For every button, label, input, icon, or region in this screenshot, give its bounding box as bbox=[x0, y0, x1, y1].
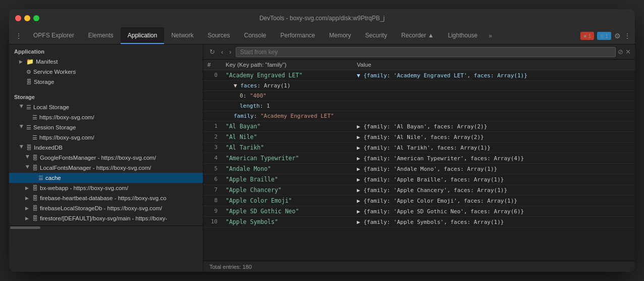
tab-security[interactable]: Security bbox=[358, 27, 394, 44]
bx-webapp-label: bx-webapp - https://boxy-svg.com/ bbox=[40, 185, 128, 191]
tab-performance[interactable]: Performance bbox=[274, 27, 323, 44]
sidebar-item-cache[interactable]: ☰ cache bbox=[9, 173, 203, 183]
detail-num bbox=[203, 111, 222, 121]
tab-memory[interactable]: Memory bbox=[322, 27, 358, 44]
storage-node-label: Storage bbox=[34, 79, 54, 85]
error-count: 1 bbox=[588, 33, 591, 39]
storage-icon: 🗄 bbox=[26, 79, 32, 85]
indexed-db-icon: 🗄 bbox=[26, 145, 32, 151]
fls-arrow: ▶ bbox=[25, 206, 30, 211]
fs-icon: 🗄 bbox=[32, 215, 38, 221]
sidebar-item-service-workers[interactable]: ⚙ Service Workers bbox=[9, 67, 203, 77]
table-row[interactable]: 0 "Academy Engraved LET" ▼ {family: 'Aca… bbox=[203, 70, 635, 81]
sidebar-item-firestore[interactable]: ▶ 🗄 firestore/[DEFAULT]/boxy-svg/main - … bbox=[9, 213, 203, 223]
row-num: 2 bbox=[203, 132, 222, 143]
maximize-button[interactable] bbox=[33, 15, 39, 21]
sidebar-item-firebase-storage-db[interactable]: ▶ 🗄 firebaseLocalStorageDb - https://box… bbox=[9, 203, 203, 213]
table-row[interactable]: 8 "Apple Color Emoji" ▶ {family: 'Apple … bbox=[203, 196, 635, 206]
tab-menu-icon[interactable]: ⋮ bbox=[11, 27, 26, 44]
lf-db-icon: 🗄 bbox=[32, 165, 38, 171]
tabbar: ⋮ OPFS Explorer Elements Application Net… bbox=[9, 27, 635, 44]
error-icon: ● bbox=[583, 33, 587, 39]
table-row[interactable]: 2 "Al Nile" ▶ {family: 'Al Nile', faces:… bbox=[203, 132, 635, 143]
tab-lighthouse[interactable]: Lighthouse bbox=[441, 27, 485, 44]
table-toolbar: ↻ ‹ › ⊘ ✕ bbox=[203, 44, 635, 60]
row-num: 4 bbox=[203, 153, 222, 164]
row-key: "Apple Braille" bbox=[222, 174, 353, 185]
sidebar-item-bx-webapp[interactable]: ▶ 🗄 bx-webapp - https://boxy-svg.com/ bbox=[9, 183, 203, 193]
sidebar-item-storage-node[interactable]: 🗄 Storage bbox=[9, 77, 203, 87]
start-from-key-input[interactable] bbox=[236, 47, 616, 57]
titlebar: DevTools - boxy-svg.com/app/disk:w9PtrqP… bbox=[9, 9, 635, 27]
settings-icon[interactable]: ⚙ bbox=[614, 32, 621, 40]
sidebar-item-local-storage[interactable]: ▶ ☰ Local Storage bbox=[9, 102, 203, 112]
row-value: ▶ {family: 'Apple Chancery', faces: Arra… bbox=[353, 185, 635, 196]
sidebar-item-indexed-db[interactable]: ▶ 🗄 IndexedDB bbox=[9, 143, 203, 153]
tab-elements[interactable]: Elements bbox=[81, 27, 121, 44]
row-key: "Apple SD Gothic Neo" bbox=[222, 206, 353, 217]
table-row[interactable]: 1 "Al Bayan" ▶ {family: 'Al Bayan', face… bbox=[203, 121, 635, 132]
minimize-button[interactable] bbox=[24, 15, 30, 21]
tab-opfs-explorer[interactable]: OPFS Explorer bbox=[26, 27, 81, 44]
sidebar-item-google-fonts-db[interactable]: ▶ 🗄 GoogleFontsManager - https://boxy-sv… bbox=[9, 153, 203, 163]
row-value: ▶ {family: 'Apple SD Gothic Neo', faces:… bbox=[353, 206, 635, 217]
sidebar-scrollthumb[interactable] bbox=[10, 226, 40, 229]
local-storage-label: Local Storage bbox=[33, 104, 69, 110]
error-badge[interactable]: ● 1 bbox=[580, 32, 595, 40]
sidebar-item-firebase-heartbeat[interactable]: ▶ 🗄 firebase-heartbeat-database - https:… bbox=[9, 193, 203, 203]
table-row[interactable]: 10 "Apple Symbols" ▶ {family: 'Apple Sym… bbox=[203, 217, 635, 227]
tab-recorder[interactable]: Recorder ▲ bbox=[394, 27, 441, 44]
session-storage-origin: https://boxy-svg.com/ bbox=[39, 134, 94, 140]
table-row[interactable]: 5 "Andale Mono" ▶ {family: 'Andale Mono'… bbox=[203, 164, 635, 174]
content-panel: ↻ ‹ › ⊘ ✕ # Key (Key path: "family") Val… bbox=[203, 44, 635, 272]
refresh-button[interactable]: ↻ bbox=[207, 47, 217, 57]
tab-network[interactable]: Network bbox=[164, 27, 200, 44]
table-row[interactable]: 3 "Al Tarikh" ▶ {family: 'Al Tarikh', fa… bbox=[203, 143, 635, 153]
fs-arrow: ▶ bbox=[25, 216, 30, 221]
message-badge[interactable]: ≡ 1 bbox=[597, 32, 611, 40]
local-storage-icon: ☰ bbox=[26, 104, 31, 111]
row-num: 7 bbox=[203, 185, 222, 196]
row-value: ▶ {family: 'Al Bayan', faces: Array(2)} bbox=[353, 121, 635, 132]
table-row-detail: family: "Academy Engraved LET" bbox=[203, 111, 635, 121]
message-count: 1 bbox=[605, 33, 608, 39]
tab-application[interactable]: Application bbox=[121, 27, 165, 44]
sidebar-item-manifest[interactable]: ▶ 📁 Manifest bbox=[9, 57, 203, 67]
table-row[interactable]: 6 "Apple Braille" ▶ {family: 'Apple Brai… bbox=[203, 174, 635, 185]
lf-db-arrow: ▶ bbox=[25, 165, 30, 170]
row-num: 3 bbox=[203, 143, 222, 153]
col-key-header: Key (Key path: "family") bbox=[222, 60, 353, 70]
row-num: 0 bbox=[203, 70, 222, 81]
table-row[interactable]: 7 "Apple Chancery" ▶ {family: 'Apple Cha… bbox=[203, 185, 635, 196]
row-key: "Apple Chancery" bbox=[222, 185, 353, 196]
row-num: 8 bbox=[203, 196, 222, 206]
table-row[interactable]: 9 "Apple SD Gothic Neo" ▶ {family: 'Appl… bbox=[203, 206, 635, 217]
message-icon: ≡ bbox=[600, 33, 603, 39]
more-options-icon[interactable]: ⋮ bbox=[624, 32, 631, 40]
prev-button[interactable]: ‹ bbox=[219, 47, 225, 57]
row-num: 5 bbox=[203, 164, 222, 174]
sidebar-item-local-storage-origin[interactable]: ☰ https://boxy-svg.com/ bbox=[9, 112, 203, 122]
tab-sources[interactable]: Sources bbox=[200, 27, 237, 44]
sidebar-item-session-storage-origin[interactable]: ☰ https://boxy-svg.com/ bbox=[9, 132, 203, 143]
detail-text: 0: "400" bbox=[222, 91, 635, 101]
row-num: 6 bbox=[203, 174, 222, 185]
row-num: 1 bbox=[203, 121, 222, 132]
table-row[interactable]: 4 "American Typewriter" ▶ {family: 'Amer… bbox=[203, 153, 635, 164]
next-button[interactable]: › bbox=[227, 47, 233, 57]
sidebar-item-session-storage[interactable]: ▶ ☰ Session Storage bbox=[9, 122, 203, 132]
row-key: "Apple Color Emoji" bbox=[222, 196, 353, 206]
cache-icon: ☰ bbox=[38, 175, 43, 181]
sidebar-item-local-fonts-db[interactable]: ▶ 🗄 LocalFontsManager - https://boxy-svg… bbox=[9, 163, 203, 173]
firebase-local-db-label: firebaseLocalStorageDb - https://boxy-sv… bbox=[40, 205, 162, 211]
folder-icon: 📁 bbox=[26, 58, 34, 65]
local-storage-arrow: ▶ bbox=[19, 105, 24, 110]
data-table-wrapper: # Key (Key path: "family") Value 0 "Acad… bbox=[203, 60, 635, 261]
detail-text: family: "Academy Engraved LET" bbox=[222, 111, 635, 121]
tab-console[interactable]: Console bbox=[237, 27, 274, 44]
close-button[interactable] bbox=[15, 15, 21, 21]
tab-more[interactable]: » bbox=[485, 27, 496, 44]
col-value-header: Value bbox=[353, 60, 635, 70]
close-icon[interactable]: ✕ bbox=[625, 48, 631, 56]
clear-icon[interactable]: ⊘ bbox=[618, 48, 623, 56]
